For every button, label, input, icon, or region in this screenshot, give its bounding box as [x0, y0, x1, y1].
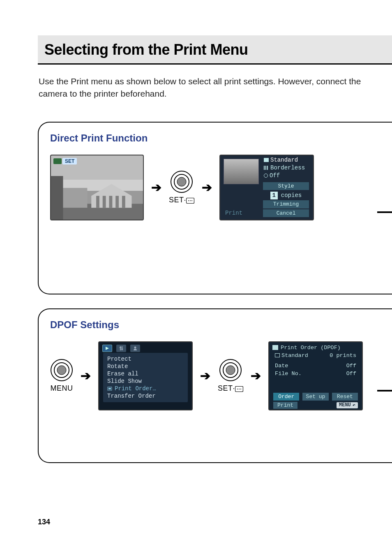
standard-icon — [264, 158, 269, 162]
set-button-label: SET· — [169, 196, 194, 204]
dpof-date-label: Date — [275, 363, 288, 369]
set-badge: SET — [62, 158, 77, 164]
svg-rect-21 — [122, 346, 122, 350]
dpof-order-screen: Print Order (DPOF) Standard0 prints Date… — [268, 341, 363, 410]
dpof-reset-button: Reset — [332, 393, 358, 401]
svg-rect-5 — [109, 196, 112, 208]
dpof-setup-button: Set up — [302, 393, 328, 401]
print-mode-icon — [53, 158, 62, 164]
svg-rect-34 — [275, 354, 280, 357]
menu-button-icon — [50, 359, 73, 382]
cancel-button: Cancel — [263, 209, 309, 218]
print-settings-screen: Standard Borderless Off Style 1copies Tr… — [219, 155, 314, 220]
set-button-icon — [219, 359, 242, 382]
playback-photo-screen: SET — [50, 155, 144, 220]
svg-point-11 — [177, 177, 186, 186]
svg-rect-20 — [120, 346, 121, 350]
svg-rect-23 — [121, 349, 123, 350]
tab-play-icon — [102, 345, 112, 352]
dpof-standard-label: Standard — [281, 352, 308, 359]
menu-button-label: MENU — [51, 384, 73, 393]
dpof-date-value: Off — [346, 363, 356, 369]
arrow-right-icon: ➔ — [198, 180, 215, 195]
svg-marker-19 — [106, 347, 109, 350]
dpof-fileno-label: File No. — [275, 371, 302, 377]
svg-point-15 — [191, 200, 192, 201]
dpof-order-button: Order — [273, 393, 299, 401]
print-button: Print — [225, 210, 242, 216]
svg-point-13 — [188, 200, 189, 201]
opt-borderless: Borderless — [270, 164, 305, 172]
menu-item: Rotate — [107, 363, 184, 370]
menu-item: Slide Show — [107, 378, 184, 385]
opt-off: Off — [270, 172, 280, 180]
svg-rect-6 — [115, 196, 119, 208]
set-button-label: SET· — [218, 384, 243, 393]
svg-point-31 — [237, 389, 238, 389]
copies-value: 1 — [270, 192, 278, 199]
menu-item: Transfer Order — [107, 392, 184, 400]
back-arrow-icon: ↶ — [353, 402, 355, 408]
svg-point-14 — [190, 200, 191, 201]
svg-point-24 — [134, 346, 136, 348]
svg-point-33 — [240, 389, 241, 389]
copies-label: copies — [281, 192, 302, 199]
svg-rect-22 — [120, 347, 121, 348]
arrow-right-icon: ➔ — [148, 180, 165, 195]
dpof-fileno-value: Off — [346, 371, 356, 377]
menu-item: Protect — [107, 355, 184, 363]
page-number: 134 — [38, 518, 50, 526]
page-title: Selecting from the Print Menu — [44, 41, 392, 58]
svg-point-32 — [239, 389, 240, 389]
svg-rect-26 — [108, 388, 111, 389]
trimming-button: Trimming — [263, 200, 309, 208]
menu-item: Erase all — [107, 370, 184, 378]
svg-rect-4 — [103, 196, 106, 208]
arrow-right-icon: ➔ — [197, 368, 214, 383]
svg-rect-8 — [51, 176, 63, 220]
dpof-print-button: Print — [273, 402, 297, 409]
svg-point-18 — [57, 366, 66, 375]
print-order-icon — [272, 345, 278, 350]
svg-rect-7 — [122, 196, 125, 208]
tab-setup-icon — [116, 345, 126, 352]
dpof-header: Print Order (DPOF) — [281, 345, 341, 351]
arrow-right-icon: ➔ — [247, 368, 264, 383]
set-button-icon — [170, 170, 193, 193]
playback-menu-screen: Protect Rotate Erase all Slide Show Prin… — [98, 341, 193, 410]
borderless-icon — [264, 166, 269, 170]
arrow-right-icon: ➔ — [77, 368, 94, 383]
style-button: Style — [263, 182, 309, 190]
menu-item-selected: Print Order… — [107, 385, 184, 392]
tab-mycamera-icon — [130, 345, 140, 352]
svg-rect-3 — [96, 196, 99, 208]
opt-standard: Standard — [270, 156, 298, 164]
dpof-settings-heading: DPOF Settings — [50, 319, 392, 331]
intro-text: Use the Print menu as shown below to sel… — [39, 75, 367, 100]
svg-point-29 — [226, 366, 235, 375]
direct-print-heading: Direct Print Function — [50, 132, 392, 144]
menu-back-badge: MENU↶ — [337, 402, 358, 408]
svg-rect-1 — [59, 188, 88, 208]
dpof-standard-value: 0 prints — [330, 352, 356, 359]
